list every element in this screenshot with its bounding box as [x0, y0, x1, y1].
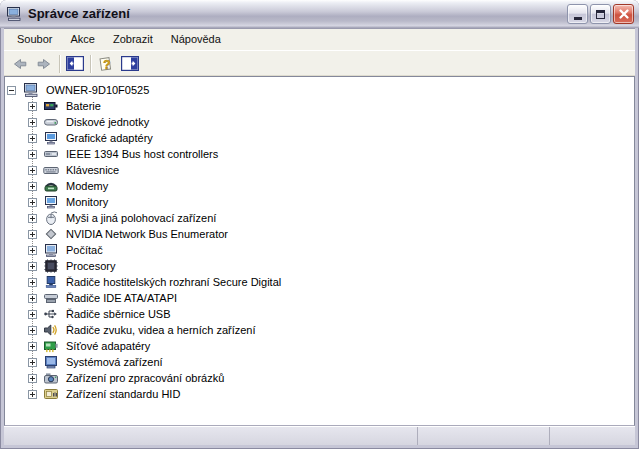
status-panel: [550, 427, 635, 445]
tree-item-label: Zařízení pro zpracování obrázků: [64, 371, 226, 385]
toolbar-separator: [90, 55, 91, 73]
tree-item[interactable]: Monitory: [5, 194, 634, 210]
forward-icon: [36, 56, 52, 72]
tree-item[interactable]: Diskové jednotky: [5, 114, 634, 130]
expand-toggle[interactable]: [28, 134, 37, 143]
menu-zobrazit[interactable]: Zobrazit: [104, 30, 162, 49]
tree-item[interactable]: IEEE 1394 Bus host controllers: [5, 146, 634, 162]
disk-drive-icon: [43, 114, 59, 130]
show-hide-console-tree-button[interactable]: [63, 53, 87, 75]
imaging-device-icon: [43, 370, 59, 386]
title-bar[interactable]: Správce zařízení: [0, 0, 639, 28]
device-manager-icon: [6, 6, 23, 22]
computer-system-icon: [43, 242, 59, 258]
tree-item-label: Procesory: [64, 259, 118, 273]
tree-item[interactable]: Modemy: [5, 178, 634, 194]
expand-toggle[interactable]: [28, 262, 37, 271]
monitor-icon: [43, 194, 59, 210]
tree-item-label: Systémová zařízení: [64, 355, 165, 369]
modem-icon: [43, 178, 59, 194]
keyboard-icon: [43, 162, 59, 178]
show-hide-action-pane-button[interactable]: [118, 53, 142, 75]
tree-item[interactable]: Baterie: [5, 98, 634, 114]
tree-item[interactable]: Řadiče hostitelských rozhraní Secure Dig…: [5, 274, 634, 290]
expand-toggle[interactable]: [28, 150, 37, 159]
client-area: SouborAkceZobrazitNápověda ? OWNER-9D10F…: [4, 28, 635, 445]
tree-item[interactable]: Systémová zařízení: [5, 354, 634, 370]
expand-toggle[interactable]: [28, 310, 37, 319]
tree-item[interactable]: Řadiče IDE ATA/ATAPI: [5, 290, 634, 306]
menu-akce[interactable]: Akce: [61, 30, 103, 49]
maximize-button[interactable]: [590, 4, 611, 24]
tree-item[interactable]: NVIDIA Network Bus Enumerator: [5, 226, 634, 242]
close-button[interactable]: [613, 4, 634, 24]
tree-item-label: Řadiče IDE ATA/ATAPI: [64, 291, 179, 305]
tree-item-label: Myši a jiná polohovací zařízení: [64, 211, 218, 225]
tree-item[interactable]: Grafické adaptéry: [5, 130, 634, 146]
tree-item[interactable]: Klávesnice: [5, 162, 634, 178]
expand-toggle[interactable]: [28, 326, 37, 335]
menu-napoveda[interactable]: Nápověda: [162, 30, 230, 49]
expand-toggle[interactable]: [28, 166, 37, 175]
tree-item[interactable]: Zařízení pro zpracování obrázků: [5, 370, 634, 386]
collapse-toggle[interactable]: [7, 86, 16, 95]
tree-item-label: Řadiče hostitelských rozhraní Secure Dig…: [64, 275, 283, 289]
back-button: [8, 53, 32, 75]
tree-item[interactable]: Počítač: [5, 242, 634, 258]
expand-toggle[interactable]: [28, 278, 37, 287]
expand-toggle[interactable]: [28, 390, 37, 399]
usb-controller-icon: [43, 306, 59, 322]
tree-item-label: Diskové jednotky: [64, 115, 151, 129]
back-icon: [12, 56, 28, 72]
tree-item-label: Grafické adaptéry: [64, 131, 155, 145]
expand-toggle[interactable]: [28, 182, 37, 191]
console-tree-icon: [66, 56, 84, 71]
expand-toggle[interactable]: [28, 374, 37, 383]
action-pane-icon: [121, 56, 139, 71]
expand-toggle[interactable]: [28, 358, 37, 367]
tree-item[interactable]: Síťové adapatéry: [5, 338, 634, 354]
tree-item[interactable]: Zařízení standardu HID: [5, 386, 634, 402]
status-bar: [4, 426, 635, 445]
expand-toggle[interactable]: [28, 230, 37, 239]
toolbar-separator: [59, 55, 60, 73]
device-manager-window: Správce zařízení SouborAkceZobrazitNápov…: [0, 0, 639, 449]
tree-root-item[interactable]: OWNER-9D10F0525: [5, 82, 634, 98]
help-button[interactable]: ?: [94, 53, 118, 75]
device-tree: OWNER-9D10F0525BaterieDiskové jednotkyGr…: [5, 77, 634, 425]
expand-toggle[interactable]: [28, 342, 37, 351]
tree-item-label: OWNER-9D10F0525: [44, 83, 151, 97]
tree-item-label: Síťové adapatéry: [64, 339, 152, 353]
menu-bar: SouborAkceZobrazitNápověda: [4, 29, 635, 50]
expand-toggle[interactable]: [28, 102, 37, 111]
tree-item[interactable]: Myši a jiná polohovací zařízení: [5, 210, 634, 226]
tree-item-label: Řadiče zvuku, videa a herních zařízení: [64, 323, 258, 337]
minimize-button[interactable]: [567, 4, 588, 24]
hid-device-icon: [43, 386, 59, 402]
tree-item[interactable]: Řadiče zvuku, videa a herních zařízení: [5, 322, 634, 338]
expand-toggle[interactable]: [28, 294, 37, 303]
tree-item-label: Zařízení standardu HID: [64, 387, 182, 401]
processor-icon: [43, 258, 59, 274]
window-title: Správce zařízení: [28, 6, 567, 22]
expand-toggle[interactable]: [28, 246, 37, 255]
caption-buttons: [567, 4, 634, 24]
forward-button: [32, 53, 56, 75]
tree-item-label: Řadiče sběrnice USB: [64, 307, 173, 321]
tree-item-label: IEEE 1394 Bus host controllers: [64, 147, 220, 161]
sd-host-controller-icon: [43, 274, 59, 290]
tree-item[interactable]: Procesory: [5, 258, 634, 274]
expand-toggle[interactable]: [28, 198, 37, 207]
display-adapter-icon: [43, 130, 59, 146]
device-tree-pane[interactable]: OWNER-9D10F0525BaterieDiskové jednotkyGr…: [4, 76, 635, 426]
close-icon: [618, 8, 630, 20]
tree-item[interactable]: Řadiče sběrnice USB: [5, 306, 634, 322]
expand-toggle[interactable]: [28, 118, 37, 127]
tree-item-label: NVIDIA Network Bus Enumerator: [64, 227, 230, 241]
tree-item-label: Počítač: [64, 243, 105, 257]
tree-item-label: Monitory: [64, 195, 110, 209]
expand-toggle[interactable]: [28, 214, 37, 223]
computer-icon: [23, 82, 39, 98]
tree-item-label: Klávesnice: [64, 163, 121, 177]
menu-soubor[interactable]: Soubor: [8, 30, 61, 49]
